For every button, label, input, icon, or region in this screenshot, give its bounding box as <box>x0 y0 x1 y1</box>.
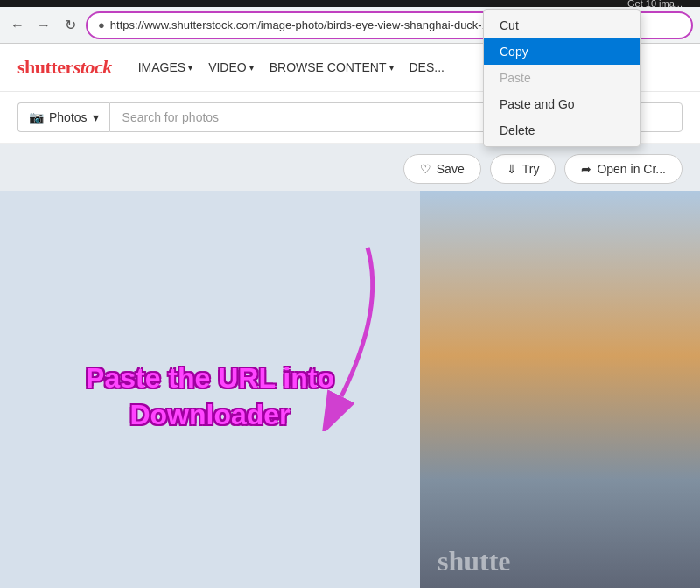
shutterstock-logo[interactable]: shutterstock <box>18 56 112 79</box>
context-cut[interactable]: Cut <box>484 12 640 38</box>
nav-video[interactable]: VIDEO ▾ <box>208 60 254 74</box>
context-delete[interactable]: Delete <box>484 117 640 144</box>
try-button[interactable]: ⇓ Try <box>490 154 556 184</box>
photos-dropdown[interactable]: 📷 Photos ▾ <box>18 102 109 132</box>
left-content-area: Paste the URL into Downloader <box>0 191 420 588</box>
forward-button[interactable]: → <box>33 15 54 36</box>
external-link-icon: ➦ <box>581 162 592 176</box>
top-bar-hint: Get 10 ima... <box>627 0 682 9</box>
top-black-bar: Get 10 ima... <box>0 0 700 7</box>
watermark: shutte <box>438 545 511 578</box>
logo-text: shutterstock <box>18 56 112 78</box>
back-button[interactable]: ← <box>7 15 28 36</box>
heart-icon: ♡ <box>420 162 431 176</box>
context-paste-go[interactable]: Paste and Go <box>484 91 640 117</box>
chevron-down-icon: ▾ <box>188 63 192 73</box>
context-menu: Cut Copy Paste Paste and Go Delete <box>483 9 640 147</box>
nav-browse[interactable]: BROWSE CONTENT ▾ <box>270 60 394 74</box>
site-nav: IMAGES ▾ VIDEO ▾ BROWSE CONTENT ▾ DES... <box>138 60 444 74</box>
chevron-down-icon: ▾ <box>389 63 394 73</box>
save-button[interactable]: ♡ Save <box>403 154 481 184</box>
nav-design[interactable]: DES... <box>410 60 444 74</box>
open-in-cr-button[interactable]: ➦ Open in Cr... <box>564 154 682 184</box>
photo-preview: shutte <box>420 191 700 588</box>
main-content: Paste the URL into Downloader shutte <box>0 191 700 588</box>
dropdown-arrow-icon: ▾ <box>93 110 99 124</box>
camera-icon: 📷 <box>29 110 44 124</box>
chevron-down-icon: ▾ <box>249 63 254 73</box>
action-area: ♡ Save ⇓ Try ➦ Open in Cr... <box>0 144 700 191</box>
download-icon: ⇓ <box>507 162 517 176</box>
context-paste: Paste <box>484 65 640 91</box>
url-icon: ● <box>98 18 105 32</box>
context-copy[interactable]: Copy <box>484 38 640 65</box>
refresh-button[interactable]: ↻ <box>60 15 80 36</box>
nav-images[interactable]: IMAGES ▾ <box>138 60 192 74</box>
instruction-text: Paste the URL into Downloader <box>26 360 394 433</box>
